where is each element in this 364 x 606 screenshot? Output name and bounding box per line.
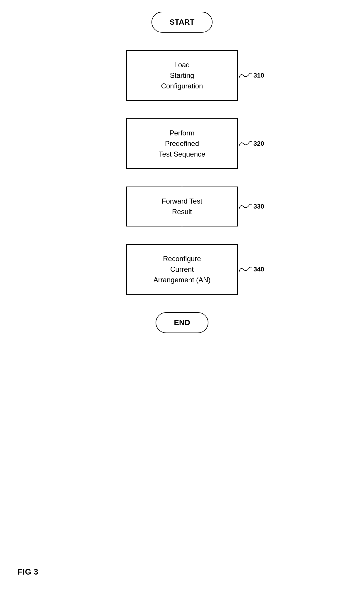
connector-2 — [182, 101, 182, 118]
squiggle-320-icon — [237, 139, 252, 148]
step340-ref: 340 — [237, 265, 264, 274]
connector-1 — [182, 33, 182, 50]
diagram-container: START Load Starting Configuration 310 Pe… — [0, 0, 364, 606]
step310-label: Load Starting Configuration — [161, 60, 203, 91]
step320-node: Perform Predefined Test Sequence — [126, 118, 238, 169]
step340-container: Reconfigure Current Arrangement (AN) 340 — [100, 244, 264, 295]
step330-label: Forward Test Result — [162, 196, 202, 217]
step330-node: Forward Test Result — [126, 187, 238, 226]
squiggle-310-icon — [237, 71, 252, 80]
flowchart: START Load Starting Configuration 310 Pe… — [109, 12, 255, 333]
connector-5 — [182, 295, 182, 312]
start-node: START — [151, 12, 213, 33]
step340-node: Reconfigure Current Arrangement (AN) — [126, 244, 238, 295]
step310-container: Load Starting Configuration 310 — [100, 50, 264, 101]
step330-ref: 330 — [237, 202, 264, 211]
step330-container: Forward Test Result 330 — [100, 187, 264, 226]
squiggle-340-icon — [237, 265, 252, 274]
step310-ref-label: 310 — [253, 72, 264, 79]
step330-ref-label: 330 — [253, 203, 264, 210]
step320-ref: 320 — [237, 139, 264, 148]
step310-node: Load Starting Configuration — [126, 50, 238, 101]
step340-ref-label: 340 — [253, 266, 264, 273]
connector-4 — [182, 226, 182, 244]
figure-label: FIG 3 — [18, 567, 38, 577]
step320-ref-label: 320 — [253, 140, 264, 147]
connector-3 — [182, 169, 182, 187]
end-node: END — [156, 312, 208, 333]
squiggle-330-icon — [237, 202, 252, 211]
step320-label: Perform Predefined Test Sequence — [159, 128, 205, 160]
step340-label: Reconfigure Current Arrangement (AN) — [154, 254, 211, 285]
step320-container: Perform Predefined Test Sequence 320 — [100, 118, 264, 169]
step310-ref: 310 — [237, 71, 264, 80]
